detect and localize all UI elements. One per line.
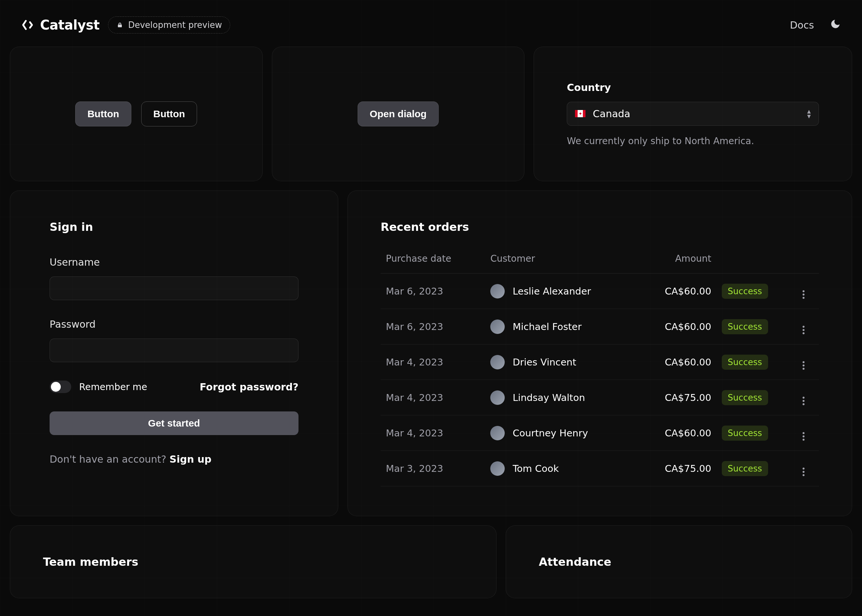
signup-link[interactable]: Sign up (170, 453, 212, 465)
order-customer-cell: Courtney Henry (485, 415, 638, 451)
open-dialog-button[interactable]: Open dialog (358, 101, 439, 126)
table-row: Mar 6, 2023Michael FosterCA$60.00Success (381, 309, 819, 344)
order-row-menu[interactable] (794, 273, 819, 309)
order-row-menu[interactable] (794, 415, 819, 451)
avatar (490, 461, 505, 476)
dev-preview-label: Development preview (128, 20, 222, 30)
button-outline[interactable]: Button (141, 101, 197, 126)
order-customer: Tom Cook (513, 463, 559, 474)
status-badge: Success (722, 319, 768, 334)
order-customer: Lindsay Walton (513, 392, 585, 403)
order-status-cell: Success (716, 451, 794, 486)
orders-col-customer: Customer (485, 253, 638, 273)
order-row-menu[interactable] (794, 451, 819, 486)
card-dialog: Open dialog (272, 47, 525, 181)
order-status-cell: Success (716, 344, 794, 380)
avatar (490, 319, 505, 334)
more-icon (800, 390, 807, 401)
get-started-button[interactable]: Get started (50, 412, 298, 435)
order-amount: CA$75.00 (638, 380, 716, 415)
more-icon (800, 283, 807, 295)
order-row-menu[interactable] (794, 344, 819, 380)
card-attendance: Attendance (506, 525, 852, 598)
orders-col-date: Purchase date (381, 253, 485, 273)
logo-icon (21, 18, 35, 32)
chevron-updown-icon: ▴▾ (807, 109, 811, 119)
avatar (490, 284, 505, 299)
country-select[interactable]: ✦ Canada ▴▾ (567, 102, 819, 126)
recent-orders-title: Recent orders (381, 220, 819, 233)
order-status-cell: Success (716, 380, 794, 415)
orders-table: Purchase date Customer Amount Mar 6, 202… (381, 253, 819, 486)
table-row: Mar 4, 2023Courtney HenryCA$60.00Success (381, 415, 819, 451)
avatar (490, 426, 505, 440)
brand-logo[interactable]: Catalyst (21, 17, 99, 33)
status-badge: Success (722, 355, 768, 370)
username-input[interactable] (50, 277, 298, 300)
more-icon (800, 319, 807, 330)
status-badge: Success (722, 390, 768, 405)
order-amount: CA$60.00 (638, 415, 716, 451)
order-customer: Courtney Henry (513, 427, 588, 439)
card-team-members: Team members (10, 525, 496, 598)
card-buttons: Button Button (10, 47, 263, 181)
password-input[interactable] (50, 339, 298, 362)
status-badge: Success (722, 426, 768, 441)
order-customer-cell: Leslie Alexander (485, 273, 638, 309)
dev-preview-badge: Development preview (108, 16, 230, 33)
order-customer-cell: Dries Vincent (485, 344, 638, 380)
card-recent-orders: Recent orders Purchase date Customer Amo… (347, 190, 852, 516)
avatar (490, 355, 505, 369)
flag-canada-icon: ✦ (575, 110, 586, 117)
card-signin: Sign in Username Password Remember me Fo… (10, 190, 338, 516)
avatar (490, 390, 505, 405)
username-label: Username (50, 256, 298, 268)
remember-me-label: Remember me (79, 382, 147, 392)
no-account-text: Don't have an account? (50, 453, 170, 465)
order-customer-cell: Lindsay Walton (485, 380, 638, 415)
order-status-cell: Success (716, 273, 794, 309)
order-customer-cell: Michael Foster (485, 309, 638, 344)
moon-icon (830, 18, 841, 30)
order-status-cell: Success (716, 309, 794, 344)
country-help-text: We currently only ship to North America. (567, 136, 819, 146)
table-row: Mar 4, 2023Lindsay WaltonCA$75.00Success (381, 380, 819, 415)
order-date: Mar 4, 2023 (381, 344, 485, 380)
more-icon (800, 425, 807, 436)
topbar: Catalyst Development preview Docs (10, 10, 852, 47)
order-amount: CA$60.00 (638, 309, 716, 344)
order-status-cell: Success (716, 415, 794, 451)
table-row: Mar 6, 2023Leslie AlexanderCA$60.00Succe… (381, 273, 819, 309)
order-date: Mar 6, 2023 (381, 273, 485, 309)
order-date: Mar 4, 2023 (381, 415, 485, 451)
country-select-value: Canada (593, 108, 630, 119)
order-row-menu[interactable] (794, 380, 819, 415)
status-badge: Success (722, 461, 768, 476)
order-date: Mar 4, 2023 (381, 380, 485, 415)
order-row-menu[interactable] (794, 309, 819, 344)
orders-col-amount: Amount (638, 253, 716, 273)
theme-toggle[interactable] (830, 18, 841, 32)
more-icon (800, 461, 807, 472)
table-row: Mar 3, 2023Tom CookCA$75.00Success (381, 451, 819, 486)
team-members-title: Team members (43, 555, 463, 568)
password-label: Password (50, 319, 298, 330)
status-badge: Success (722, 284, 768, 299)
attendance-title: Attendance (539, 555, 819, 568)
signin-title: Sign in (50, 220, 298, 233)
order-amount: CA$60.00 (638, 344, 716, 380)
country-label: Country (567, 82, 819, 93)
forgot-password-link[interactable]: Forgot password? (199, 381, 298, 393)
docs-link[interactable]: Docs (790, 19, 814, 31)
order-customer-cell: Tom Cook (485, 451, 638, 486)
lock-icon (116, 21, 124, 28)
order-amount: CA$60.00 (638, 273, 716, 309)
remember-me-toggle[interactable] (50, 380, 71, 393)
order-customer: Dries Vincent (513, 357, 576, 368)
order-date: Mar 6, 2023 (381, 309, 485, 344)
more-icon (800, 354, 807, 365)
order-amount: CA$75.00 (638, 451, 716, 486)
table-row: Mar 4, 2023Dries VincentCA$60.00Success (381, 344, 819, 380)
button-solid[interactable]: Button (75, 101, 131, 126)
brand-name: Catalyst (40, 17, 99, 33)
